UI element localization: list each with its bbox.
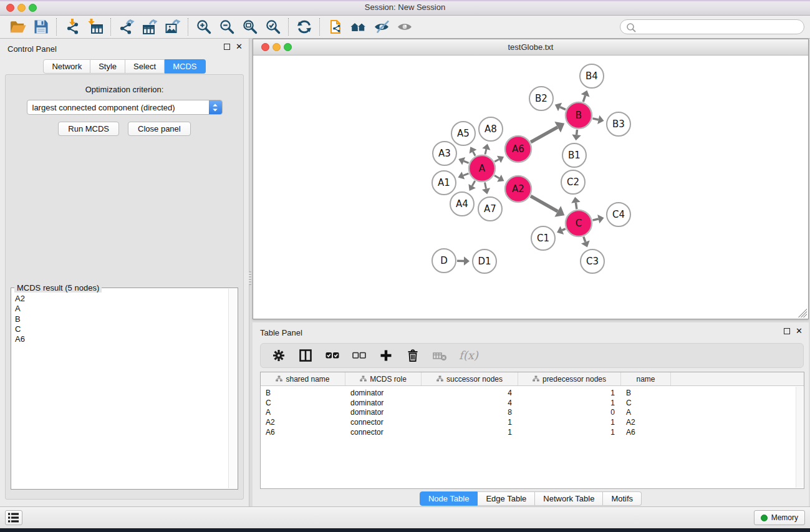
- graph-edge-A-A6[interactable]: [494, 159, 499, 162]
- close-panel-button[interactable]: Close panel: [128, 122, 191, 136]
- close-panel-icon[interactable]: ✕: [236, 44, 243, 50]
- tab-mcds[interactable]: MCDS: [165, 59, 205, 74]
- zoom-fit-icon[interactable]: [238, 17, 261, 37]
- search-input[interactable]: [636, 22, 799, 31]
- column-header-successor-nodes[interactable]: successor nodes: [422, 372, 518, 385]
- graph-edge-A-A5[interactable]: [473, 152, 476, 156]
- graph-node-label: C1: [537, 233, 549, 244]
- export-table-icon[interactable]: [138, 17, 161, 37]
- export-network-icon[interactable]: [115, 17, 138, 37]
- tab-edge-table[interactable]: Edge Table: [478, 491, 535, 506]
- graph-edge-B-B4[interactable]: [583, 95, 585, 102]
- graph-node-label: A1: [438, 177, 450, 188]
- tab-network[interactable]: Network: [43, 59, 90, 74]
- graph-edge-B-B2[interactable]: [560, 107, 566, 110]
- result-scrollbar[interactable]: [228, 289, 237, 488]
- export-image-icon[interactable]: [161, 17, 184, 37]
- panel-divider-grip[interactable]: [249, 271, 251, 285]
- table-settings-gear-icon[interactable]: [270, 347, 287, 364]
- float-panel-icon[interactable]: [224, 44, 230, 50]
- zoom-selected-icon[interactable]: [261, 17, 284, 37]
- float-table-panel-icon[interactable]: [784, 328, 790, 334]
- table-cell: 1: [422, 418, 518, 427]
- tab-select[interactable]: Select: [125, 59, 165, 74]
- show-columns-icon[interactable]: [297, 347, 314, 364]
- graph-edge-C-C1[interactable]: [562, 229, 565, 230]
- delete-table-icon: [431, 347, 448, 364]
- memory-button[interactable]: Memory: [754, 510, 805, 525]
- graph-node-label: A: [479, 163, 486, 174]
- tab-network-table[interactable]: Network Table: [535, 491, 603, 506]
- graph-edge-A2-C[interactable]: [531, 196, 557, 211]
- table-cell: 1: [518, 418, 621, 427]
- column-header-name[interactable]: name: [621, 372, 671, 385]
- mcds-result-list[interactable]: A2ABCA6: [12, 289, 228, 488]
- graph-edge-arrowhead: [464, 256, 470, 266]
- column-header-shared-name[interactable]: shared name: [261, 372, 345, 385]
- graph-node-label: B3: [612, 118, 625, 130]
- tab-node-table[interactable]: Node Table: [420, 491, 478, 506]
- zoom-out-icon[interactable]: [215, 17, 238, 37]
- table-cell: A: [621, 408, 671, 417]
- deselect-all-rows-icon[interactable]: [350, 347, 368, 364]
- tab-motifs[interactable]: Motifs: [603, 491, 642, 506]
- hide-details-icon[interactable]: [370, 17, 393, 37]
- graph-edge-B-B3[interactable]: [592, 118, 598, 120]
- select-all-rows-icon[interactable]: [324, 347, 341, 364]
- close-table-panel-icon[interactable]: ✕: [796, 328, 803, 334]
- table-cell: B: [621, 389, 671, 397]
- graph-edge-C-C2[interactable]: [576, 203, 576, 210]
- home-icon[interactable]: [347, 17, 370, 37]
- mcds-result-item[interactable]: A6: [15, 334, 225, 344]
- import-network-icon[interactable]: [60, 17, 84, 37]
- graph-edge-A-A1[interactable]: [463, 173, 469, 175]
- table-body: Bdominator41BCdominator41CAdominator80AA…: [261, 388, 804, 437]
- apply-layout-icon[interactable]: [292, 17, 316, 37]
- network-window-titlebar[interactable]: testGlobe.txt: [253, 39, 808, 56]
- graph-edge-arrowhead: [482, 188, 490, 194]
- column-header-predecessor-nodes[interactable]: predecessor nodes: [518, 372, 621, 385]
- window-resize-grip[interactable]: [798, 309, 807, 317]
- graph-edge-A-A7[interactable]: [485, 183, 486, 189]
- mcds-result-item[interactable]: A2: [15, 294, 225, 304]
- column-header-label: successor nodes: [446, 375, 503, 384]
- tab-style[interactable]: Style: [90, 59, 125, 74]
- open-session-icon[interactable]: [6, 17, 29, 37]
- run-mcds-button[interactable]: Run MCDS: [58, 122, 119, 136]
- control-panel-title: Control Panel: [7, 44, 57, 54]
- add-icon[interactable]: [377, 347, 395, 364]
- table-toolbar: f(x): [260, 343, 804, 368]
- graph-edge-A-A8[interactable]: [485, 149, 486, 154]
- graph-edge-A-A2[interactable]: [494, 175, 499, 178]
- table-row[interactable]: A6connector11A6: [261, 427, 804, 437]
- graph-edge-A-A3[interactable]: [464, 161, 469, 163]
- criterion-dropdown[interactable]: largest connected component (directed): [27, 100, 223, 115]
- save-session-icon[interactable]: [29, 17, 52, 37]
- table-panel: Table Panel ✕ f(x) shared nameMCDS roles…: [253, 322, 809, 506]
- graph-edge-C-C3[interactable]: [584, 237, 586, 242]
- delete-icon[interactable]: [404, 347, 422, 364]
- network-canvas[interactable]: B4B2BB3A5A8A6A3B1AA1C2A2A4A7C4CC1C3DD1: [253, 56, 808, 319]
- toolbar-separator: [188, 18, 188, 36]
- table-row[interactable]: A2connector11A2: [261, 417, 804, 427]
- table-row[interactable]: Bdominator41B: [261, 388, 804, 398]
- graph-edge-A6-B[interactable]: [531, 127, 557, 142]
- graph-edge-C-C4[interactable]: [592, 219, 598, 220]
- table-row[interactable]: Cdominator41C: [261, 398, 804, 408]
- column-header-mcds-role[interactable]: MCDS role: [345, 372, 422, 385]
- table-cell: 1: [518, 389, 621, 397]
- table-row[interactable]: Adominator80A: [261, 407, 804, 417]
- table-scrollbar[interactable]: [796, 387, 803, 488]
- mcds-result-item[interactable]: C: [15, 324, 225, 334]
- mcds-result-item[interactable]: A: [15, 304, 225, 314]
- graph-edge-B-B1[interactable]: [577, 130, 577, 135]
- show-panels-list-button[interactable]: [5, 510, 22, 525]
- copy-network-icon[interactable]: [324, 17, 347, 37]
- mcds-result-item[interactable]: B: [15, 314, 225, 324]
- search-box[interactable]: [620, 19, 804, 34]
- import-table-icon[interactable]: [84, 17, 107, 37]
- graph-edge-arrowhead: [572, 134, 581, 140]
- zoom-in-icon[interactable]: [192, 17, 215, 37]
- graph-edge-A-A4[interactable]: [472, 181, 475, 186]
- table-cell: dominator: [345, 399, 422, 407]
